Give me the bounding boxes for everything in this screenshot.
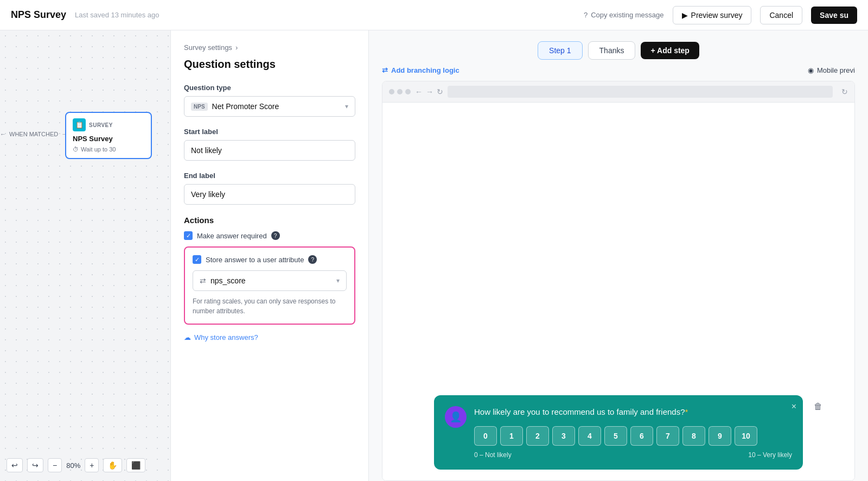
- nps-labels: 0 – Not likely 10 – Very likely: [474, 451, 792, 459]
- make-required-label: Make answer required: [197, 232, 267, 240]
- nps-button-7[interactable]: 7: [656, 426, 679, 446]
- settings-panel: Survey settings › Question settings Ques…: [171, 30, 369, 481]
- settings-title: Question settings: [184, 58, 355, 71]
- refresh-nav-button[interactable]: ↻: [437, 87, 443, 96]
- canvas-background[interactable]: ← WHEN MATCHED → 📋 SURVEY NPS Survey ⏱ W…: [0, 30, 170, 481]
- nps-button-2[interactable]: 2: [526, 426, 549, 446]
- dot-3: [405, 89, 411, 94]
- store-answer-row: ✓ Store answer to a user attribute ?: [193, 255, 347, 264]
- back-nav-button[interactable]: ←: [415, 87, 423, 96]
- widget-content: How likely are you to recommend us to fa…: [474, 406, 792, 459]
- undo-button[interactable]: ↩: [7, 458, 23, 472]
- check-icon-2: ✓: [195, 256, 200, 263]
- nps-button-6[interactable]: 6: [630, 426, 653, 446]
- question-type-select[interactable]: NPS Net Promoter Score ▾: [184, 96, 355, 117]
- browser-nav: ← → ↻: [415, 87, 443, 96]
- arrow-icon: ←: [0, 131, 6, 137]
- end-label-input[interactable]: [184, 184, 355, 205]
- when-matched-label: ← WHEN MATCHED →: [0, 131, 67, 137]
- attribute-selector[interactable]: ⇄ nps_score ▾: [193, 270, 347, 291]
- make-required-row: ✓ Make answer required ?: [184, 231, 355, 240]
- survey-widget: × 🗑 👤 How likely are you to recommend us…: [434, 395, 803, 470]
- nps-button-9[interactable]: 9: [709, 426, 731, 446]
- clock-icon: ⏱: [73, 146, 79, 153]
- preview-survey-button[interactable]: ▶ Preview survey: [673, 6, 752, 24]
- canvas-controls: ↩ ↪ − 80% + ✋ ⬛: [7, 458, 145, 472]
- copy-existing-button[interactable]: ? Copy existing message: [584, 11, 664, 19]
- actions-label: Actions: [184, 216, 355, 225]
- main-layout: ← WHEN MATCHED → 📋 SURVEY NPS Survey ⏱ W…: [0, 30, 868, 481]
- browser-chrome: ← → ↻ ↻: [382, 81, 854, 103]
- node-header: 📋 SURVEY: [73, 118, 144, 131]
- branch-icon: ⇄: [382, 66, 388, 74]
- widget-close-button[interactable]: ×: [792, 402, 796, 412]
- top-bar: NPS Survey Last saved 13 minutes ago ? C…: [0, 0, 868, 30]
- add-step-button[interactable]: + Add step: [641, 42, 699, 59]
- survey-node[interactable]: 📋 SURVEY NPS Survey ⏱ Wait up to 30: [65, 112, 152, 159]
- nps-left-label: 0 – Not likely: [474, 451, 512, 459]
- nps-right-label: 10 – Very likely: [748, 451, 792, 459]
- cancel-button[interactable]: Cancel: [760, 6, 802, 24]
- question-type-label: Question type: [184, 84, 355, 92]
- nps-button-4[interactable]: 4: [578, 426, 601, 446]
- nps-button-5[interactable]: 5: [604, 426, 627, 446]
- nps-tag: NPS: [191, 103, 208, 111]
- attribute-chevron-icon: ▾: [336, 277, 340, 284]
- why-store-answers-link[interactable]: ☁ Why store answers?: [184, 333, 355, 341]
- attribute-value: nps_score: [210, 276, 332, 285]
- breadcrumb-parent[interactable]: Survey settings: [184, 43, 232, 52]
- nps-button-3[interactable]: 3: [552, 426, 575, 446]
- thanks-tab[interactable]: Thanks: [588, 41, 636, 60]
- browser-url-bar[interactable]: [448, 86, 833, 98]
- step-tabs: Step 1 Thanks + Add step: [369, 30, 868, 60]
- save-button[interactable]: Save su: [811, 7, 857, 24]
- breadcrumb-chevron: ›: [235, 43, 238, 52]
- survey-icon: 📋: [73, 118, 86, 131]
- forward-nav-button[interactable]: →: [426, 87, 433, 96]
- transfer-icon: ⇄: [200, 276, 206, 285]
- required-marker: *: [685, 407, 688, 416]
- survey-card[interactable]: 📋 SURVEY NPS Survey ⏱ Wait up to 30: [65, 112, 152, 159]
- chevron-down-icon: ▾: [345, 103, 348, 110]
- shield-button[interactable]: ⬛: [126, 458, 145, 472]
- preview-area: Step 1 Thanks + Add step ⇄ Add branching…: [369, 30, 868, 481]
- dot-2: [397, 89, 403, 94]
- node-title: NPS Survey: [73, 135, 144, 143]
- eye-icon: ◉: [808, 66, 814, 74]
- check-icon: ✓: [186, 232, 191, 239]
- start-label-input[interactable]: [184, 140, 355, 161]
- make-required-help-icon[interactable]: ?: [271, 231, 280, 240]
- make-required-checkbox[interactable]: ✓: [184, 231, 193, 240]
- nps-button-0[interactable]: 0: [474, 426, 497, 446]
- end-label-label: End label: [184, 172, 355, 180]
- widget-question: How likely are you to recommend us to fa…: [474, 406, 792, 417]
- page-title: NPS Survey: [11, 9, 66, 21]
- zoom-level: 80%: [66, 461, 80, 470]
- store-answer-checkbox[interactable]: ✓: [193, 255, 201, 264]
- step-1-tab[interactable]: Step 1: [538, 41, 582, 60]
- redo-button[interactable]: ↪: [27, 458, 43, 472]
- help-circle-icon: ?: [584, 11, 588, 19]
- nps-button-1[interactable]: 1: [500, 426, 523, 446]
- question-type-selector[interactable]: NPS Net Promoter Score ▾: [184, 96, 355, 117]
- hand-tool-button[interactable]: ✋: [103, 458, 122, 472]
- hint-text: For rating scales, you can only save res…: [193, 296, 347, 316]
- browser-dots: [389, 89, 411, 94]
- save-icon: ☁: [184, 333, 191, 341]
- reload-icon[interactable]: ↻: [841, 87, 848, 96]
- nps-button-10[interactable]: 10: [735, 426, 757, 446]
- start-label-label: Start label: [184, 128, 355, 136]
- dot-1: [389, 89, 394, 94]
- zoom-out-button[interactable]: −: [48, 458, 62, 472]
- widget-delete-button[interactable]: 🗑: [814, 402, 822, 412]
- nps-button-8[interactable]: 8: [682, 426, 705, 446]
- widget-body: 👤 How likely are you to recommend us to …: [445, 406, 792, 459]
- add-branching-button[interactable]: ⇄ Add branching logic: [382, 66, 459, 74]
- node-tag: SURVEY: [89, 122, 113, 128]
- browser-content: × 🗑 👤 How likely are you to recommend us…: [382, 103, 854, 480]
- store-answer-help-icon[interactable]: ?: [308, 255, 317, 264]
- store-answer-box: ✓ Store answer to a user attribute ? ⇄ n…: [184, 246, 355, 325]
- saved-status: Last saved 13 minutes ago: [75, 11, 159, 19]
- zoom-in-button[interactable]: +: [85, 458, 99, 472]
- mobile-preview-button[interactable]: ◉ Mobile previ: [808, 66, 855, 74]
